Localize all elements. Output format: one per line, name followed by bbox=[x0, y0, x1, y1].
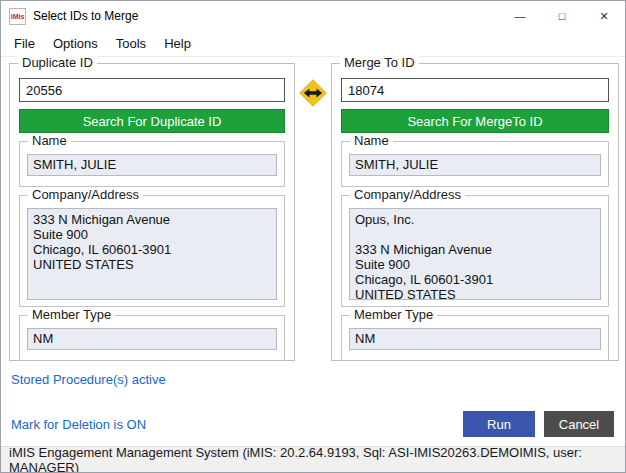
merge-to-member-type-label: Member Type bbox=[350, 307, 437, 322]
duplicate-address-group: Company/Address 333 N Michigan Avenue Su… bbox=[19, 195, 285, 307]
menu-file[interactable]: File bbox=[5, 32, 44, 55]
duplicate-address-label: Company/Address bbox=[28, 187, 143, 202]
search-merge-to-id-button[interactable]: Search For MergeTo ID bbox=[341, 109, 609, 133]
menu-help[interactable]: Help bbox=[155, 32, 200, 55]
status-bar: iMIS Engagement Management System (iMIS:… bbox=[1, 446, 625, 472]
run-button[interactable]: Run bbox=[463, 411, 535, 437]
mark-for-deletion-link[interactable]: Mark for Deletion is ON bbox=[11, 417, 146, 432]
duplicate-id-group-label: Duplicate ID bbox=[18, 55, 97, 70]
minimize-icon[interactable]: — bbox=[499, 1, 541, 31]
duplicate-member-type-group: Member Type NM bbox=[19, 315, 285, 361]
window-controls: — □ ✕ bbox=[499, 1, 625, 31]
merge-to-address-group: Company/Address Opus, Inc. 333 N Michiga… bbox=[341, 195, 609, 307]
merge-to-id-group-label: Merge To ID bbox=[340, 55, 419, 70]
search-duplicate-id-button[interactable]: Search For Duplicate ID bbox=[19, 109, 285, 133]
duplicate-member-type-label: Member Type bbox=[28, 307, 115, 322]
merge-to-member-type-group: Member Type NM bbox=[341, 315, 609, 361]
maximize-icon[interactable]: □ bbox=[541, 1, 583, 31]
stored-procedures-link[interactable]: Stored Procedure(s) active bbox=[11, 372, 166, 387]
merge-direction-icon bbox=[299, 79, 327, 107]
merge-to-id-input[interactable] bbox=[341, 78, 609, 102]
merge-dialog-window: iMis Select IDs to Merge — □ ✕ File Opti… bbox=[0, 0, 626, 473]
merge-to-name-field: SMITH, JULIE bbox=[349, 154, 601, 176]
merge-to-address-label: Company/Address bbox=[350, 187, 465, 202]
app-icon: iMis bbox=[9, 8, 26, 25]
duplicate-name-group: Name SMITH, JULIE bbox=[19, 141, 285, 187]
merge-to-address-field: Opus, Inc. 333 N Michigan Avenue Suite 9… bbox=[349, 208, 601, 300]
duplicate-id-group: Duplicate ID Search For Duplicate ID Nam… bbox=[9, 63, 295, 361]
merge-to-name-group: Name SMITH, JULIE bbox=[341, 141, 609, 187]
duplicate-name-field: SMITH, JULIE bbox=[27, 154, 277, 176]
close-icon[interactable]: ✕ bbox=[583, 1, 625, 31]
merge-to-id-group: Merge To ID Search For MergeTo ID Name S… bbox=[331, 63, 619, 361]
duplicate-address-field: 333 N Michigan Avenue Suite 900 Chicago,… bbox=[27, 208, 277, 300]
status-bar-text: iMIS Engagement Management System (iMIS:… bbox=[9, 445, 625, 473]
merge-to-name-label: Name bbox=[350, 133, 393, 148]
merge-to-member-type-field: NM bbox=[349, 328, 601, 350]
menu-tools[interactable]: Tools bbox=[107, 32, 155, 55]
duplicate-id-input[interactable] bbox=[19, 78, 285, 102]
duplicate-name-label: Name bbox=[28, 133, 71, 148]
menu-bar: File Options Tools Help bbox=[1, 31, 625, 57]
menu-options[interactable]: Options bbox=[44, 32, 107, 55]
cancel-button[interactable]: Cancel bbox=[544, 411, 614, 437]
window-title: Select IDs to Merge bbox=[33, 9, 138, 23]
title-bar: iMis Select IDs to Merge — □ ✕ bbox=[1, 1, 625, 31]
duplicate-member-type-field: NM bbox=[27, 328, 277, 350]
